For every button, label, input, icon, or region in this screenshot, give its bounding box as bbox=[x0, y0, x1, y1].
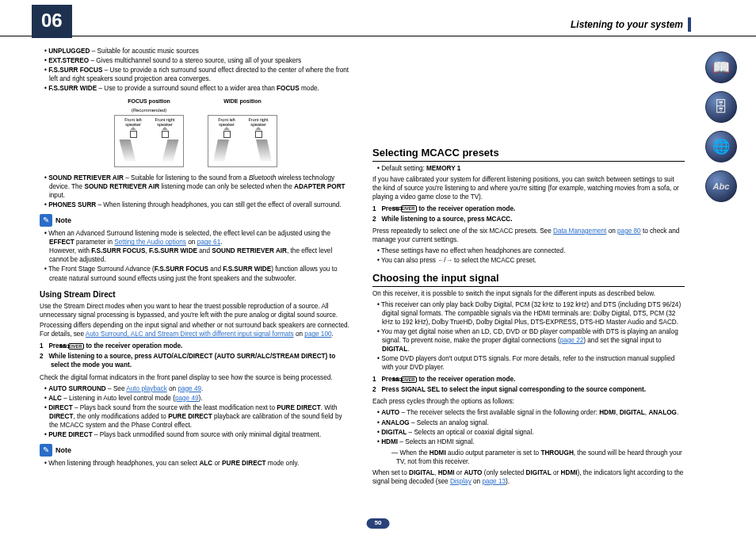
globe-icon[interactable]: 🌐 bbox=[705, 131, 737, 162]
link-page100[interactable]: page 100 bbox=[304, 331, 331, 338]
mcacc-after: Press repeatedly to select one of the si… bbox=[372, 227, 685, 244]
link-page13[interactable]: page 13 bbox=[482, 478, 506, 485]
link-page49b[interactable]: page 49 bbox=[175, 395, 199, 402]
link-page61[interactable]: page 61 bbox=[197, 239, 221, 246]
receiver-button: RECEIVER bbox=[401, 376, 417, 384]
link-audio-options[interactable]: Setting the Audio options bbox=[114, 239, 186, 246]
speaker-diagram: FOCUS position (Recommended) Front left … bbox=[40, 97, 352, 167]
section-title: Listening to your system bbox=[571, 17, 691, 32]
note-icon: ✎ bbox=[40, 444, 52, 457]
stream-check: Check the digital format indicators in t… bbox=[40, 373, 352, 382]
book-icon[interactable]: 📖 bbox=[705, 52, 737, 83]
link-stream-formats[interactable]: Auto Surround, ALC and Stream Direct wit… bbox=[86, 331, 294, 338]
note1-list: When an Advanced Surround listening mode… bbox=[40, 229, 352, 282]
input-options: AUTO – The receiver selects the first av… bbox=[372, 408, 685, 465]
stream-steps: 1 Press RECEIVER to the receiver operati… bbox=[40, 342, 352, 369]
link-data-management[interactable]: Data Management bbox=[553, 227, 606, 235]
note-header-2: ✎ Note bbox=[40, 444, 352, 457]
link-display[interactable]: Display bbox=[450, 478, 472, 485]
stream-modes: AUTO SURROUND – See Auto playback on pag… bbox=[40, 384, 352, 439]
link-auto-playback[interactable]: Auto playback bbox=[126, 385, 166, 392]
mcacc-steps: 1 Press RECEIVER to the receiver operati… bbox=[372, 204, 685, 224]
receiver-button: RECEIVER bbox=[68, 343, 84, 350]
note-icon: ✎ bbox=[40, 214, 52, 227]
mcacc-default: Default setting: MEMORY 1 bbox=[372, 164, 685, 173]
choosing-input-heading: Choosing the input signal bbox=[372, 271, 685, 287]
using-stream-direct-heading: Using Stream Direct bbox=[40, 289, 352, 300]
note-header-1: ✎ Note bbox=[40, 214, 352, 227]
receiver-button: RECEIVER bbox=[401, 205, 417, 212]
surround-mode-list: UNPLUGGED – Suitable for acoustic music … bbox=[40, 47, 352, 93]
cabinet-icon[interactable]: 🗄 bbox=[705, 91, 737, 123]
chapter-number: 06 bbox=[32, 5, 72, 38]
page-content: UNPLUGGED – Suitable for acoustic music … bbox=[40, 44, 685, 511]
link-page80[interactable]: page 80 bbox=[617, 227, 641, 235]
input-cycle: Each press cycles through the options as… bbox=[372, 397, 685, 406]
input-intro: On this receiver, it is possible to swit… bbox=[372, 289, 685, 298]
stream-intro: Use the Stream Direct modes when you wan… bbox=[40, 302, 352, 319]
link-page22[interactable]: page 22 bbox=[560, 337, 584, 344]
page-number: 50 bbox=[367, 518, 390, 529]
input-steps: 1 Press RECEIVER to the receiver operati… bbox=[372, 375, 685, 394]
stream-intro2: Processing differs depending on the inpu… bbox=[40, 321, 352, 338]
side-nav: 📖 🗄 🌐 Abc bbox=[705, 52, 737, 202]
mcacc-intro: If you have calibrated your system for d… bbox=[372, 175, 685, 201]
link-page49a[interactable]: page 49 bbox=[178, 385, 201, 392]
after-diagram-list: SOUND RETRIEVER AIR – Suitable for liste… bbox=[40, 174, 352, 209]
note2-list: When listening through headphones, you c… bbox=[40, 459, 352, 468]
mcacc-notes: These settings have no effect when headp… bbox=[372, 246, 685, 265]
abc-icon[interactable]: Abc bbox=[705, 170, 737, 202]
input-tail: When set to DIGITAL, HDMI or AUTO (only … bbox=[372, 468, 685, 486]
selecting-mcacc-heading: Selecting MCACC presets bbox=[372, 146, 685, 162]
input-notes: This receiver can only play back Dolby D… bbox=[372, 300, 685, 373]
